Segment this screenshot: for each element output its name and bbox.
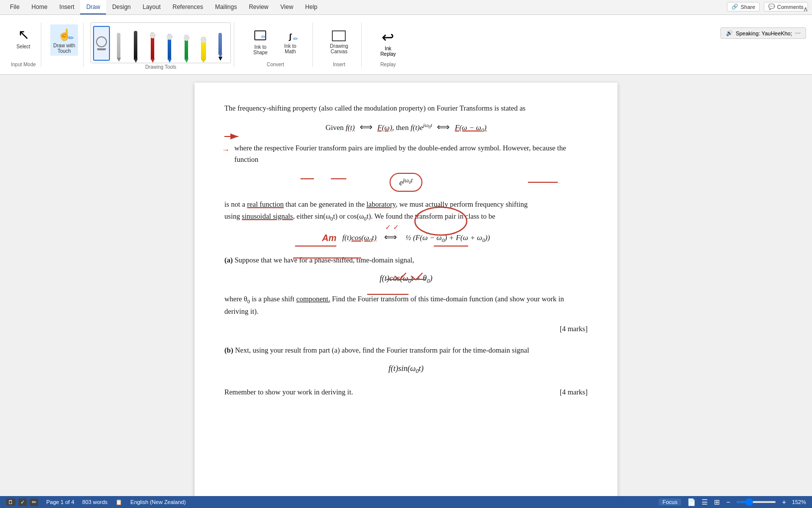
speaking-badge: 🔊 Speaking: YauHeeKho; 〰: [720, 27, 806, 39]
zoom-level: 152%: [792, 499, 806, 505]
tab-mailings[interactable]: Mailings: [209, 0, 243, 14]
where-paragraph: → where the respective Fourier transform…: [224, 142, 588, 165]
ejwt-formula: ejω0t: [224, 173, 588, 192]
tab-design[interactable]: Design: [106, 0, 136, 14]
speaking-wave-icon: 〰: [795, 30, 801, 36]
insert-label: Insert: [333, 62, 345, 67]
drawing-canvas-icon: [332, 30, 346, 41]
pen-yellow-highlighter[interactable]: [196, 26, 211, 61]
ink-replay-button[interactable]: ↩ Ink Replay: [373, 26, 403, 59]
input-mode-label: Input Mode: [11, 62, 36, 67]
word-count: 803 words: [82, 499, 107, 505]
pen-grey[interactable]: [111, 26, 127, 61]
select-icon: ↖: [18, 26, 29, 43]
zoom-out-button[interactable]: −: [726, 498, 730, 506]
status-language: English (New Zealand): [130, 499, 186, 505]
status-check-icon: 📋: [115, 499, 122, 506]
share-icon: 🔗: [731, 3, 738, 10]
pen-blue[interactable]: [162, 26, 178, 61]
draw-with-touch-button[interactable]: ☝✏ Draw with Touch: [50, 24, 78, 56]
drawing-canvas-button[interactable]: Drawing Canvas: [324, 28, 353, 56]
part-a: (a) Suppose that we have for a phase-shi…: [224, 254, 588, 266]
replay-label: Replay: [380, 62, 396, 67]
ink-replay-icon: ↩: [382, 28, 394, 46]
collapse-ribbon-button[interactable]: ∧: [803, 5, 808, 13]
comments-icon: 💬: [768, 3, 775, 10]
pen-special[interactable]: [212, 21, 228, 56]
pen-red[interactable]: [145, 26, 161, 61]
convert-label: Convert: [267, 62, 284, 67]
tab-home[interactable]: Home: [25, 0, 53, 14]
tab-layout[interactable]: Layout: [137, 0, 167, 14]
draw-touch-icon: ☝✏: [58, 26, 71, 42]
given-formula: Given f(t) ⟺ F(ω), then f(t)ejω0t ⟺ F(ω …: [224, 120, 588, 134]
is-not-paragraph: is not a real function that can be gener…: [224, 199, 588, 223]
layout-icon-1[interactable]: 📄: [687, 498, 696, 506]
marks-a: [4 marks]: [224, 323, 588, 335]
select-button[interactable]: ↖ Select: [11, 24, 35, 51]
phase-signal-formula: f(t)cos(ω0t + θ0): [224, 272, 588, 286]
layout-icon-2[interactable]: ☰: [702, 498, 708, 506]
ink-to-shape-button[interactable]: ✏ Ink toShape: [247, 27, 273, 57]
pen-toolbar: ▾: [91, 22, 231, 63]
remember-paragraph: Remember to show your work in deriving i…: [224, 386, 588, 398]
document-page: The frequency-shifting property (also ca…: [195, 83, 617, 503]
share-button[interactable]: 🔗 Share: [727, 2, 759, 11]
intro-paragraph: The frequency-shifting property (also ca…: [224, 103, 588, 114]
zoom-slider[interactable]: [736, 501, 776, 503]
focus-button[interactable]: Focus: [659, 499, 682, 506]
statusbar: 🗒 ✓ ✏ Page 1 of 4 803 words 📋 English (N…: [0, 496, 812, 508]
tab-file[interactable]: File: [4, 0, 25, 14]
status-icon-2[interactable]: ✓: [18, 499, 27, 506]
status-icon-3[interactable]: ✏: [30, 499, 38, 506]
pen-green[interactable]: [179, 26, 195, 61]
ink-to-math-icon: ∫✏: [283, 30, 297, 42]
ink-to-shape-icon: ✏: [254, 29, 266, 43]
document-area: The frequency-shifting property (also ca…: [0, 75, 812, 503]
sin-formula: f(t)sin(ω0t): [224, 362, 588, 376]
tab-references[interactable]: References: [167, 0, 209, 14]
where-theta-paragraph: where θ0 is a phase shift component. Fin…: [224, 293, 588, 317]
tab-insert[interactable]: Insert: [53, 0, 80, 14]
part-b: (b) Next, using your result from part (a…: [224, 345, 588, 356]
statusbar-icons: 🗒 ✓ ✏: [6, 499, 38, 506]
zoom-in-button[interactable]: +: [782, 498, 786, 506]
page-info: Page 1 of 4: [46, 499, 74, 505]
ink-to-math-button[interactable]: ∫✏ Ink toMath: [277, 28, 303, 56]
tab-draw[interactable]: Draw: [80, 0, 106, 14]
layout-icon-3[interactable]: ⊞: [714, 498, 720, 506]
tab-help[interactable]: Help: [299, 0, 323, 14]
pen-black[interactable]: [128, 26, 144, 61]
tab-view[interactable]: View: [275, 0, 300, 14]
comments-button[interactable]: 💬 Comments: [764, 2, 808, 11]
speaking-icon: 🔊: [726, 30, 733, 36]
drawing-tools-label: Drawing Tools: [91, 64, 231, 70]
am-formula: Am f(t)cos(ω0t) ⟺ ✓ ✓ ½ (F(ω − ω0) + F(ω…: [224, 230, 588, 245]
status-icon-1[interactable]: 🗒: [6, 499, 15, 506]
tab-review[interactable]: Review: [243, 0, 274, 14]
pen-eraser[interactable]: [93, 26, 110, 61]
